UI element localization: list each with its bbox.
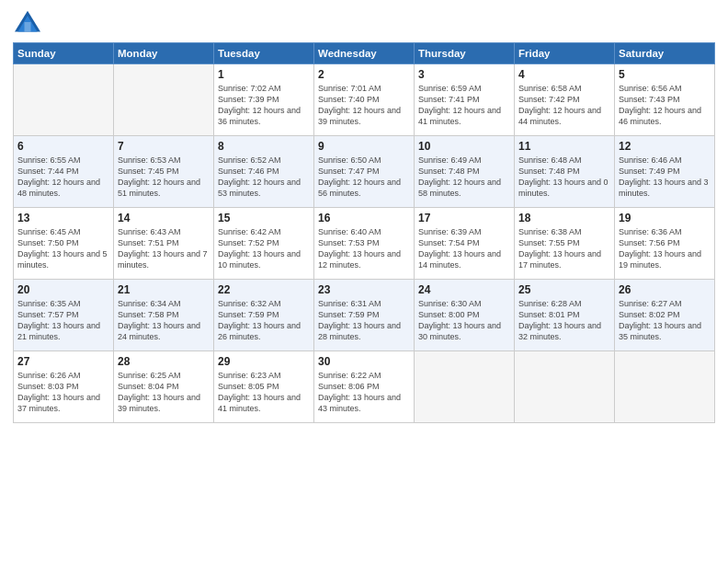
calendar-cell: 27Sunrise: 6:26 AM Sunset: 8:03 PM Dayli… (14, 351, 114, 423)
calendar-cell: 9Sunrise: 6:50 AM Sunset: 7:47 PM Daylig… (314, 136, 415, 208)
calendar-cell: 30Sunrise: 6:22 AM Sunset: 8:06 PM Dayli… (314, 351, 415, 423)
day-info: Sunrise: 6:36 AM Sunset: 7:56 PM Dayligh… (619, 226, 711, 271)
calendar-cell: 20Sunrise: 6:35 AM Sunset: 7:57 PM Dayli… (14, 280, 114, 351)
calendar-cell: 23Sunrise: 6:31 AM Sunset: 7:59 PM Dayli… (314, 280, 415, 351)
calendar-cell: 10Sunrise: 6:49 AM Sunset: 7:48 PM Dayli… (415, 136, 515, 208)
day-number: 23 (318, 283, 410, 296)
day-number: 27 (17, 355, 109, 368)
day-info: Sunrise: 6:22 AM Sunset: 8:06 PM Dayligh… (318, 370, 410, 415)
day-info: Sunrise: 6:56 AM Sunset: 7:43 PM Dayligh… (619, 83, 711, 128)
calendar-cell: 16Sunrise: 6:40 AM Sunset: 7:53 PM Dayli… (314, 208, 415, 280)
day-number: 28 (118, 355, 210, 368)
day-number: 22 (218, 283, 310, 296)
calendar-cell: 5Sunrise: 6:56 AM Sunset: 7:43 PM Daylig… (615, 64, 715, 136)
day-number: 16 (318, 212, 410, 224)
day-info: Sunrise: 6:39 AM Sunset: 7:54 PM Dayligh… (418, 226, 510, 271)
day-number: 8 (218, 140, 310, 153)
day-number: 17 (418, 212, 510, 224)
day-of-week-header: Thursday (415, 43, 515, 64)
calendar: SundayMondayTuesdayWednesdayThursdayFrid… (13, 42, 715, 423)
calendar-cell: 4Sunrise: 6:58 AM Sunset: 7:42 PM Daylig… (515, 64, 615, 136)
svg-rect-2 (25, 22, 31, 32)
day-number: 14 (118, 212, 210, 224)
calendar-cell: 14Sunrise: 6:43 AM Sunset: 7:51 PM Dayli… (114, 208, 214, 280)
day-info: Sunrise: 7:01 AM Sunset: 7:40 PM Dayligh… (318, 83, 410, 128)
calendar-cell: 21Sunrise: 6:34 AM Sunset: 7:58 PM Dayli… (114, 280, 214, 351)
calendar-cell: 2Sunrise: 7:01 AM Sunset: 7:40 PM Daylig… (314, 64, 415, 136)
calendar-cell: 11Sunrise: 6:48 AM Sunset: 7:48 PM Dayli… (515, 136, 615, 208)
day-number: 19 (619, 212, 711, 224)
calendar-cell: 22Sunrise: 6:32 AM Sunset: 7:59 PM Dayli… (214, 280, 314, 351)
calendar-cell: 28Sunrise: 6:25 AM Sunset: 8:04 PM Dayli… (114, 351, 214, 423)
logo-icon (13, 9, 42, 35)
day-info: Sunrise: 6:32 AM Sunset: 7:59 PM Dayligh… (218, 298, 310, 343)
day-info: Sunrise: 6:25 AM Sunset: 8:04 PM Dayligh… (118, 370, 210, 415)
day-info: Sunrise: 6:28 AM Sunset: 8:01 PM Dayligh… (518, 298, 610, 343)
calendar-header-row: SundayMondayTuesdayWednesdayThursdayFrid… (14, 43, 715, 64)
day-info: Sunrise: 6:52 AM Sunset: 7:46 PM Dayligh… (218, 155, 310, 200)
calendar-cell: 17Sunrise: 6:39 AM Sunset: 7:54 PM Dayli… (415, 208, 515, 280)
calendar-cell: 3Sunrise: 6:59 AM Sunset: 7:41 PM Daylig… (415, 64, 515, 136)
day-number: 30 (318, 355, 410, 368)
day-number: 10 (418, 140, 510, 153)
calendar-week-row: 27Sunrise: 6:26 AM Sunset: 8:03 PM Dayli… (14, 351, 715, 423)
calendar-cell: 6Sunrise: 6:55 AM Sunset: 7:44 PM Daylig… (14, 136, 114, 208)
calendar-week-row: 13Sunrise: 6:45 AM Sunset: 7:50 PM Dayli… (14, 208, 715, 280)
day-number: 18 (518, 212, 610, 224)
day-of-week-header: Saturday (615, 43, 715, 64)
day-info: Sunrise: 6:43 AM Sunset: 7:51 PM Dayligh… (118, 226, 210, 271)
day-number: 25 (518, 283, 610, 296)
calendar-week-row: 1Sunrise: 7:02 AM Sunset: 7:39 PM Daylig… (14, 64, 715, 136)
logo (13, 9, 46, 35)
calendar-cell: 26Sunrise: 6:27 AM Sunset: 8:02 PM Dayli… (615, 280, 715, 351)
day-info: Sunrise: 6:42 AM Sunset: 7:52 PM Dayligh… (218, 226, 310, 271)
calendar-cell: 24Sunrise: 6:30 AM Sunset: 8:00 PM Dayli… (415, 280, 515, 351)
day-info: Sunrise: 6:46 AM Sunset: 7:49 PM Dayligh… (619, 155, 711, 200)
day-number: 1 (218, 68, 310, 81)
day-number: 3 (418, 68, 510, 81)
day-number: 12 (619, 140, 711, 153)
calendar-cell: 7Sunrise: 6:53 AM Sunset: 7:45 PM Daylig… (114, 136, 214, 208)
day-info: Sunrise: 6:55 AM Sunset: 7:44 PM Dayligh… (17, 155, 109, 200)
day-of-week-header: Friday (515, 43, 615, 64)
calendar-week-row: 6Sunrise: 6:55 AM Sunset: 7:44 PM Daylig… (14, 136, 715, 208)
calendar-cell: 1Sunrise: 7:02 AM Sunset: 7:39 PM Daylig… (214, 64, 314, 136)
calendar-cell (14, 64, 114, 136)
day-number: 5 (619, 68, 711, 81)
day-info: Sunrise: 6:59 AM Sunset: 7:41 PM Dayligh… (418, 83, 510, 128)
day-number: 2 (318, 68, 410, 81)
calendar-cell: 29Sunrise: 6:23 AM Sunset: 8:05 PM Dayli… (214, 351, 314, 423)
calendar-cell: 19Sunrise: 6:36 AM Sunset: 7:56 PM Dayli… (615, 208, 715, 280)
day-number: 9 (318, 140, 410, 153)
day-info: Sunrise: 6:23 AM Sunset: 8:05 PM Dayligh… (218, 370, 310, 415)
calendar-cell (114, 64, 214, 136)
calendar-cell (515, 351, 615, 423)
day-number: 24 (418, 283, 510, 296)
day-info: Sunrise: 6:48 AM Sunset: 7:48 PM Dayligh… (518, 155, 610, 200)
calendar-cell: 13Sunrise: 6:45 AM Sunset: 7:50 PM Dayli… (14, 208, 114, 280)
calendar-cell: 8Sunrise: 6:52 AM Sunset: 7:46 PM Daylig… (214, 136, 314, 208)
page: SundayMondayTuesdayWednesdayThursdayFrid… (0, 0, 728, 563)
day-number: 26 (619, 283, 711, 296)
day-info: Sunrise: 6:40 AM Sunset: 7:53 PM Dayligh… (318, 226, 410, 271)
header (13, 9, 715, 35)
day-of-week-header: Tuesday (214, 43, 314, 64)
day-info: Sunrise: 6:35 AM Sunset: 7:57 PM Dayligh… (17, 298, 109, 343)
day-info: Sunrise: 6:31 AM Sunset: 7:59 PM Dayligh… (318, 298, 410, 343)
calendar-cell: 15Sunrise: 6:42 AM Sunset: 7:52 PM Dayli… (214, 208, 314, 280)
day-info: Sunrise: 6:50 AM Sunset: 7:47 PM Dayligh… (318, 155, 410, 200)
day-number: 20 (17, 283, 109, 296)
day-info: Sunrise: 6:58 AM Sunset: 7:42 PM Dayligh… (518, 83, 610, 128)
calendar-cell: 18Sunrise: 6:38 AM Sunset: 7:55 PM Dayli… (515, 208, 615, 280)
day-info: Sunrise: 6:53 AM Sunset: 7:45 PM Dayligh… (118, 155, 210, 200)
day-number: 15 (218, 212, 310, 224)
calendar-cell: 12Sunrise: 6:46 AM Sunset: 7:49 PM Dayli… (615, 136, 715, 208)
day-number: 4 (518, 68, 610, 81)
day-info: Sunrise: 6:38 AM Sunset: 7:55 PM Dayligh… (518, 226, 610, 271)
day-info: Sunrise: 7:02 AM Sunset: 7:39 PM Dayligh… (218, 83, 310, 128)
day-info: Sunrise: 6:26 AM Sunset: 8:03 PM Dayligh… (17, 370, 109, 415)
day-number: 21 (118, 283, 210, 296)
calendar-week-row: 20Sunrise: 6:35 AM Sunset: 7:57 PM Dayli… (14, 280, 715, 351)
day-number: 6 (17, 140, 109, 153)
day-of-week-header: Wednesday (314, 43, 415, 64)
